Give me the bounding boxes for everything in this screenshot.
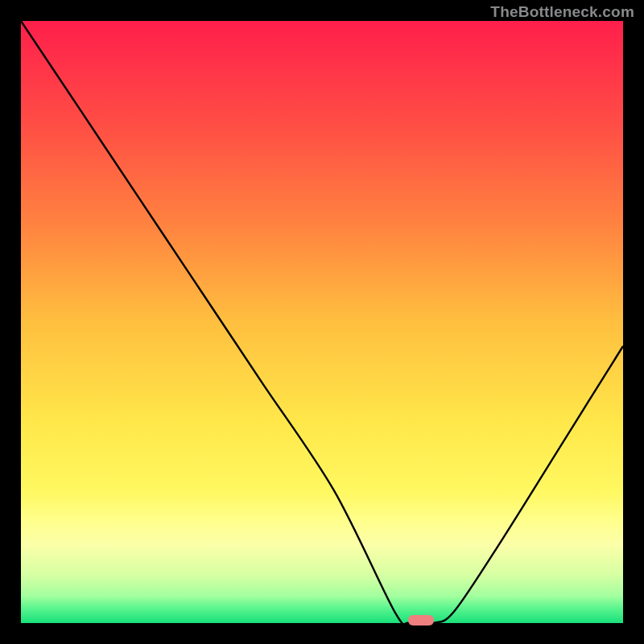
optimum-marker [408,615,434,625]
bottleneck-curve [21,21,623,623]
attribution-text: TheBottleneck.com [490,3,634,21]
bottleneck-chart [21,21,623,623]
